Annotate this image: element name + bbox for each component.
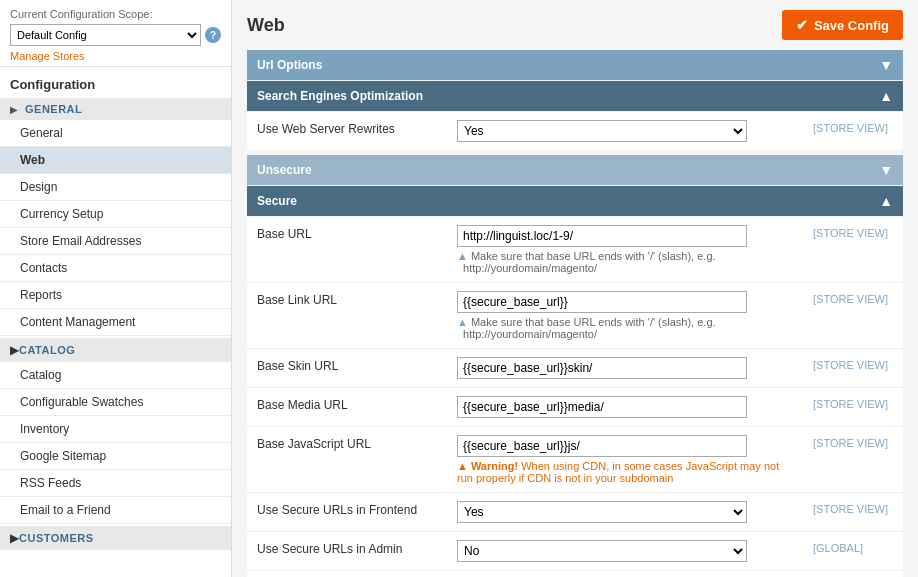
url-options-bar[interactable]: Url Options ▼ [247, 50, 903, 80]
url-options-expand-icon: ▼ [879, 57, 893, 73]
base-link-url-scope: [STORE VIEW] [803, 283, 903, 349]
sidebar-item-design[interactable]: Design [0, 174, 231, 201]
base-url-input[interactable] [457, 225, 747, 247]
sidebar-item-inventory[interactable]: Inventory [0, 416, 231, 443]
sidebar-item-email-to-friend[interactable]: Email to a Friend [0, 497, 231, 524]
base-link-url-label: Base Link URL [247, 283, 447, 349]
config-title: Configuration [0, 67, 231, 98]
customers-section-label: CUSTOMERS [19, 532, 94, 544]
secure-label: Secure [257, 194, 297, 208]
save-config-label: Save Config [814, 18, 889, 33]
secure-bar[interactable]: Secure ▲ [247, 186, 903, 216]
warning-triangle-icon: ▲ [457, 460, 468, 472]
sidebar-item-reports[interactable]: Reports [0, 282, 231, 309]
sidebar-item-contacts[interactable]: Contacts [0, 255, 231, 282]
base-url-label: Base URL [247, 217, 447, 283]
customers-section-header[interactable]: ▶ CUSTOMERS [0, 526, 231, 550]
base-js-url-warning: ▲Warning! When using CDN, in some cases … [457, 460, 798, 484]
table-row: Base Link URL ▲Make sure that base URL e… [247, 283, 903, 349]
base-url-hint: ▲Make sure that base URL ends with '/' (… [457, 250, 798, 274]
customers-section-group: ▶ CUSTOMERS [0, 526, 231, 550]
use-rewrites-select[interactable]: Yes No [457, 120, 747, 142]
hint-triangle-icon: ▲ [457, 250, 468, 262]
scope-section: Current Configuration Scope: Default Con… [0, 0, 231, 67]
sidebar: Current Configuration Scope: Default Con… [0, 0, 232, 577]
sidebar-item-configurable-swatches[interactable]: Configurable Swatches [0, 389, 231, 416]
base-link-url-hint: ▲Make sure that base URL ends with '/' (… [457, 316, 798, 340]
table-row: Offloader header [GLOBAL] [247, 571, 903, 578]
page-title: Web [247, 15, 285, 36]
base-js-url-field: ▲Warning! When using CDN, in some cases … [447, 427, 803, 493]
unsecure-label: Unsecure [257, 163, 312, 177]
base-link-url-field: ▲Make sure that base URL ends with '/' (… [447, 283, 803, 349]
catalog-section-header[interactable]: ▶ CATALOG [0, 338, 231, 362]
manage-stores-link[interactable]: Manage Stores [10, 50, 221, 62]
secure-frontend-scope: [STORE VIEW] [803, 493, 903, 532]
search-engines-table: Use Web Server Rewrites Yes No [STORE VI… [247, 112, 903, 151]
sidebar-item-currency-setup[interactable]: Currency Setup [0, 201, 231, 228]
url-options-label: Url Options [257, 58, 322, 72]
offloader-header-field [447, 571, 803, 578]
secure-admin-select[interactable]: Yes No [457, 540, 747, 562]
base-skin-url-scope: [STORE VIEW] [803, 349, 903, 388]
sidebar-item-store-email[interactable]: Store Email Addresses [0, 228, 231, 255]
table-row: Base JavaScript URL ▲Warning! When using… [247, 427, 903, 493]
offloader-header-label: Offloader header [247, 571, 447, 578]
use-rewrites-label: Use Web Server Rewrites [247, 112, 447, 151]
scope-help-icon[interactable]: ? [205, 27, 221, 43]
sidebar-item-rss-feeds[interactable]: RSS Feeds [0, 470, 231, 497]
catalog-section-label: CATALOG [19, 344, 75, 356]
base-media-url-scope: [STORE VIEW] [803, 388, 903, 427]
sidebar-item-catalog[interactable]: Catalog [0, 362, 231, 389]
general-section-header[interactable]: ▶ GENERAL [0, 98, 231, 120]
table-row: Base Media URL [STORE VIEW] [247, 388, 903, 427]
catalog-section-group: ▶ CATALOG Catalog Configurable Swatches … [0, 338, 231, 524]
base-skin-url-label: Base Skin URL [247, 349, 447, 388]
secure-admin-label: Use Secure URLs in Admin [247, 532, 447, 571]
base-media-url-field [447, 388, 803, 427]
general-nav-items: General Web Design Currency Setup Store … [0, 120, 231, 336]
unsecure-bar[interactable]: Unsecure ▼ [247, 155, 903, 185]
check-icon: ✔ [796, 17, 808, 33]
secure-admin-field: Yes No [447, 532, 803, 571]
secure-frontend-field: Yes No [447, 493, 803, 532]
scope-label: Current Configuration Scope: [10, 8, 221, 20]
hint-triangle-icon: ▲ [457, 316, 468, 328]
use-rewrites-scope: [STORE VIEW] [803, 112, 903, 151]
search-engines-bar[interactable]: Search Engines Optimization ▲ [247, 81, 903, 111]
search-engines-expand-icon: ▲ [879, 88, 893, 104]
base-js-url-input[interactable] [457, 435, 747, 457]
save-config-button[interactable]: ✔ Save Config [782, 10, 903, 40]
base-link-url-input[interactable] [457, 291, 747, 313]
content-area: Url Options ▼ Search Engines Optimizatio… [232, 50, 918, 577]
sidebar-item-content-management[interactable]: Content Management [0, 309, 231, 336]
base-media-url-input[interactable] [457, 396, 747, 418]
table-row: Base Skin URL [STORE VIEW] [247, 349, 903, 388]
base-skin-url-input[interactable] [457, 357, 747, 379]
customers-arrow-icon: ▶ [10, 531, 19, 545]
secure-admin-scope: [GLOBAL] [803, 532, 903, 571]
secure-frontend-select[interactable]: Yes No [457, 501, 747, 523]
catalog-arrow-icon: ▶ [10, 343, 19, 357]
secure-expand-icon: ▲ [879, 193, 893, 209]
table-row: Use Web Server Rewrites Yes No [STORE VI… [247, 112, 903, 151]
secure-fields-table: Base URL ▲Make sure that base URL ends w… [247, 217, 903, 577]
main-header: Web ✔ Save Config [232, 0, 918, 50]
sidebar-item-general[interactable]: General [0, 120, 231, 147]
search-engines-label: Search Engines Optimization [257, 89, 423, 103]
catalog-nav-items: Catalog Configurable Swatches Inventory … [0, 362, 231, 524]
table-row: Use Secure URLs in Admin Yes No [GLOBAL] [247, 532, 903, 571]
scope-select[interactable]: Default Config [10, 24, 201, 46]
base-js-url-label: Base JavaScript URL [247, 427, 447, 493]
table-row: Use Secure URLs in Frontend Yes No [STOR… [247, 493, 903, 532]
table-row: Base URL ▲Make sure that base URL ends w… [247, 217, 903, 283]
use-rewrites-field: Yes No [447, 112, 803, 151]
base-url-field: ▲Make sure that base URL ends with '/' (… [447, 217, 803, 283]
sidebar-item-google-sitemap[interactable]: Google Sitemap [0, 443, 231, 470]
main-content: Web ✔ Save Config Url Options ▼ Search E… [232, 0, 918, 577]
general-section-group: ▶ GENERAL General Web Design Currency Se… [0, 98, 231, 336]
sidebar-item-web[interactable]: Web [0, 147, 231, 174]
unsecure-expand-icon: ▼ [879, 162, 893, 178]
base-skin-url-field [447, 349, 803, 388]
base-url-scope: [STORE VIEW] [803, 217, 903, 283]
